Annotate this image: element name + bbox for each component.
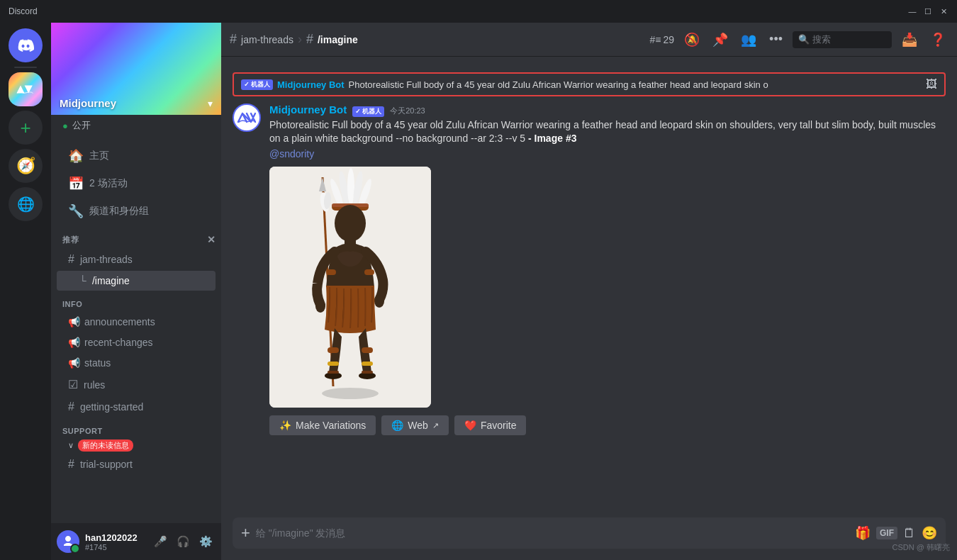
inbox-button[interactable]: 📥 (899, 29, 920, 50)
check-icon: ☑ (68, 378, 78, 391)
breadcrumb: # jam-threads › # /imagine (230, 32, 358, 47)
members-button[interactable]: 👥 (738, 29, 759, 50)
channel-item-status[interactable]: 📢 status (57, 353, 216, 373)
home-icon: 🏠 (68, 148, 84, 164)
channel-header: # jam-threads › # /imagine #≡ 29 🔕 📌 👥 •… (221, 23, 957, 57)
headphones-button[interactable]: 🎧 (173, 532, 193, 551)
chat-input-plus-button[interactable]: + (241, 524, 250, 542)
channel-item-rules[interactable]: ☑ rules (57, 374, 216, 396)
server-public-badge: 公开 (72, 119, 91, 132)
user-avatar[interactable] (57, 530, 79, 553)
preview-text: Photorealistic Full body of a 45 year ol… (349, 79, 768, 90)
server-icon-discord-home[interactable] (9, 28, 43, 62)
bot-avatar[interactable] (233, 103, 261, 132)
channel-item-jam-threads[interactable]: # jam-threads (57, 249, 216, 270)
web-label: Web (408, 420, 428, 431)
svg-rect-35 (362, 371, 373, 374)
svg-rect-28 (328, 347, 339, 353)
make-variations-button[interactable]: ✨ Make Variations (269, 415, 376, 435)
message-body-text: Photorealistic Full body of a 45 year ol… (269, 119, 936, 145)
channel-item-imagine[interactable]: └ /imagine (57, 271, 216, 291)
sidebar-footer: han1202022 #1745 🎤 🎧 ⚙️ (51, 523, 221, 560)
chat-input-area: + 🎁 GIF 🗒 😊 (221, 517, 957, 560)
sub-channel-indent: └ (79, 275, 86, 286)
svg-point-8 (347, 168, 354, 205)
channel-item-trial-support[interactable]: # trial-support (57, 454, 216, 475)
sidebar-nav-channels[interactable]: 🔧 频道和身份组 (57, 198, 216, 225)
title-bar: Discord — ☐ ✕ (0, 0, 957, 23)
sticker-button[interactable]: 🗒 (903, 526, 916, 541)
channel-item-recent-changes[interactable]: 📢 recent-changes (57, 332, 216, 352)
section-label-support: SUPPORT (51, 418, 221, 438)
checkmark-icon: ✓ (355, 108, 361, 115)
channel-name-trial-support: trial-support (80, 459, 133, 470)
new-msg-expand[interactable]: ∨ (68, 441, 74, 450)
server-list-divider (14, 67, 37, 68)
server-icon-dm[interactable]: 🌐 (9, 187, 43, 221)
maximize-button[interactable]: ☐ (923, 6, 933, 16)
hash-icon-trial: # (68, 458, 74, 471)
sidebar-nav-events[interactable]: 📅 2 场活动 (57, 170, 216, 197)
gift-button[interactable]: 🎁 (855, 525, 871, 541)
section-label-info: INFO (51, 291, 221, 311)
sidebar: Midjourney ▾ ● 公开 🏠 主页 📅 2 场活动 🔧 频道和身份组 (51, 23, 221, 560)
channel-item-getting-started[interactable]: # getting-started (57, 396, 216, 418)
csdn-watermark: CSDN @ 韩曙亮 (892, 542, 950, 553)
channel-item-announcements[interactable]: 📢 announcements (57, 312, 216, 332)
search-bar[interactable]: 🔍 搜索 (793, 31, 892, 48)
chat-input-box: + 🎁 GIF 🗒 😊 (233, 517, 946, 549)
server-icon-midjourney[interactable] (9, 72, 43, 106)
member-count-badge: #≡ 29 (650, 34, 675, 45)
svg-point-27 (374, 295, 384, 308)
sidebar-nav-events-label: 2 场活动 (89, 177, 128, 190)
notification-bell-button[interactable]: 🔕 (681, 29, 703, 50)
minimize-button[interactable]: — (907, 6, 917, 16)
reply-preview-highlight: ✓ 机器人 Midjourney Bot Photorealistic Full… (233, 72, 946, 96)
sidebar-server-name: Midjourney (60, 97, 116, 109)
sidebar-nav-home[interactable]: 🏠 主页 (57, 142, 216, 169)
make-variations-label: Make Variations (296, 420, 366, 431)
sidebar-server-header[interactable]: Midjourney ▾ (51, 23, 221, 115)
preview-author: Midjourney Bot (277, 79, 345, 90)
more-options-button[interactable]: ••• (766, 29, 785, 50)
svg-rect-29 (362, 347, 373, 353)
member-count-hash: #≡ (650, 34, 661, 45)
section-close-btn[interactable]: ✕ (207, 234, 216, 245)
calendar-icon: 📅 (68, 176, 84, 191)
emoji-button[interactable]: 😊 (922, 525, 937, 541)
image-attachment[interactable] (269, 167, 431, 408)
web-button[interactable]: 🌐 Web ↗ (381, 415, 449, 435)
megaphone-icon-2: 📢 (68, 337, 80, 348)
new-msg-row: ∨ 新的未读信息 (51, 438, 221, 453)
preview-image-icon: 🖼 (926, 78, 937, 91)
channel-header-right: #≡ 29 🔕 📌 👥 ••• 🔍 搜索 📥 ❓ (650, 29, 948, 50)
footer-icons: 🎤 🎧 ⚙️ (150, 532, 216, 551)
server-icon-explore[interactable]: 🧭 (9, 149, 43, 183)
favorite-label: Favorite (481, 420, 517, 431)
settings-button[interactable]: ⚙️ (196, 532, 216, 551)
breadcrumb-hash-2: # (306, 32, 313, 47)
gif-button[interactable]: GIF (876, 527, 897, 539)
chat-input-field[interactable] (256, 527, 849, 539)
sidebar-nav-home-label: 主页 (89, 150, 109, 162)
title-bar-title: Discord (9, 6, 38, 16)
favorite-button[interactable]: ❤️ Favorite (454, 415, 527, 435)
search-icon: 🔍 (798, 34, 810, 45)
microphone-button[interactable]: 🎤 (150, 532, 170, 551)
zulu-warrior-image (269, 167, 431, 408)
channel-name-recent-changes: recent-changes (84, 337, 153, 348)
channel-name-imagine: /imagine (92, 275, 130, 286)
help-button[interactable]: ❓ (927, 29, 948, 50)
close-button[interactable]: ✕ (939, 6, 948, 16)
username: han1202022 (85, 532, 145, 543)
channels-icon: 🔧 (68, 203, 84, 219)
main-content: # jam-threads › # /imagine #≡ 29 🔕 📌 👥 •… (221, 23, 957, 560)
breadcrumb-channel-2: /imagine (318, 34, 358, 45)
message-author[interactable]: Midjourney Bot (269, 103, 347, 116)
svg-point-1 (322, 388, 379, 399)
member-count-number: 29 (664, 34, 675, 45)
chat-input-icons: 🎁 GIF 🗒 😊 (855, 525, 937, 541)
pin-button[interactable]: 📌 (710, 29, 731, 50)
server-icon-add[interactable]: + (9, 111, 43, 145)
user-tag: #1745 (85, 543, 145, 551)
